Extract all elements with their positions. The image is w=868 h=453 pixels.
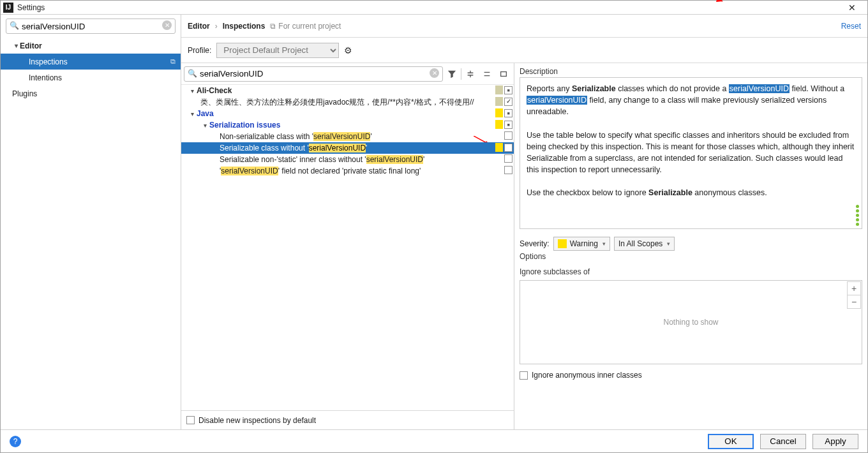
filter-icon[interactable] bbox=[444, 66, 460, 82]
chevron-down-icon: ▾ bbox=[602, 241, 606, 247]
ignore-anon-checkbox[interactable] bbox=[520, 371, 528, 380]
inspection-row[interactable]: 'serialVersionUID' field not declared 'p… bbox=[181, 165, 514, 177]
inspection-tree-column: 🔍 ✕ bbox=[181, 63, 514, 429]
scope-select[interactable]: In All Scopes ▾ bbox=[614, 237, 675, 251]
severity-swatches bbox=[504, 131, 513, 140]
add-button[interactable]: + bbox=[847, 281, 861, 295]
tree-toolbar: 🔍 ✕ bbox=[181, 63, 514, 85]
breadcrumb-part-editor: Editor bbox=[188, 22, 210, 31]
inspection-label: Java bbox=[197, 109, 214, 118]
inspection-label: Serializable non-'static' inner class wi… bbox=[220, 155, 424, 164]
severity-swatches bbox=[495, 97, 513, 106]
inspection-label: 'serialVersionUID' field not declared 'p… bbox=[220, 167, 421, 175]
sidebar-search-input[interactable] bbox=[6, 19, 176, 34]
breadcrumb-part-inspections: Inspections bbox=[223, 22, 266, 31]
inspection-row[interactable]: ▾Ali-Check bbox=[181, 85, 514, 96]
description-text: Reports any Serializable classes which d… bbox=[527, 83, 855, 198]
ignore-subclasses-list[interactable]: Nothing to show + − bbox=[520, 280, 862, 364]
footer: ? OK Cancel Apply bbox=[1, 429, 867, 452]
inspection-row[interactable]: ▾Java bbox=[181, 108, 514, 119]
inspection-label: Non-serializable class with 'serialVersi… bbox=[220, 132, 372, 141]
severity-swatches bbox=[495, 120, 513, 129]
severity-swatches bbox=[495, 85, 513, 94]
profile-select[interactable]: Project Default Project bbox=[216, 43, 339, 58]
resize-grip-icon[interactable] bbox=[856, 205, 859, 226]
sidebar-item-label: Editor bbox=[20, 41, 42, 50]
sidebar-item-label: Plugins bbox=[12, 89, 37, 98]
description-box: Reports any Serializable classes which d… bbox=[520, 77, 862, 229]
severity-select[interactable]: Warning ▾ bbox=[553, 237, 610, 251]
inspection-checkbox[interactable] bbox=[504, 131, 513, 140]
window-close-button[interactable]: ✕ bbox=[839, 3, 865, 13]
titlebar: IJ Settings ✕ bbox=[1, 1, 867, 15]
severity-swatch-icon bbox=[558, 239, 567, 248]
inspection-label: Ali-Check bbox=[197, 86, 232, 95]
inspection-checkbox[interactable] bbox=[504, 109, 513, 117]
inspection-checkbox[interactable] bbox=[504, 154, 513, 163]
chevron-down-icon: ▾ bbox=[667, 241, 670, 247]
ignore-subclasses-label: Ignore subclasses of bbox=[520, 267, 862, 276]
severity-swatches bbox=[495, 108, 513, 117]
settings-window: IJ Settings ✕ 🔍 ✕ ▾EditorInspections⧉Int… bbox=[0, 0, 868, 453]
cancel-button[interactable]: Cancel bbox=[760, 434, 806, 449]
severity-swatches bbox=[504, 166, 513, 174]
main: Editor › Inspections ⧉ For current proje… bbox=[181, 15, 867, 429]
copy-icon: ⧉ bbox=[270, 22, 276, 31]
severity-swatch-icon bbox=[495, 143, 503, 152]
severity-swatches bbox=[495, 143, 513, 152]
profile-label: Profile: bbox=[188, 46, 211, 55]
help-icon[interactable]: ? bbox=[10, 436, 21, 447]
svg-rect-0 bbox=[501, 71, 507, 76]
chevron-down-icon: ▾ bbox=[188, 87, 197, 94]
inspection-row[interactable]: ▾Serialization issues bbox=[181, 119, 514, 131]
chevron-down-icon: ▾ bbox=[200, 122, 209, 129]
inspection-checkbox[interactable] bbox=[504, 144, 513, 152]
sidebar-item-label: Inspections bbox=[29, 57, 68, 66]
empty-list-text: Nothing to show bbox=[663, 318, 718, 327]
profile-bar: Profile: Project Default Project ⚙ bbox=[181, 38, 867, 63]
expand-all-icon[interactable] bbox=[463, 66, 478, 82]
ok-button[interactable]: OK bbox=[708, 434, 754, 449]
list-buttons: + − bbox=[847, 281, 861, 308]
options-label: Options bbox=[520, 252, 862, 261]
toolbar-sep bbox=[461, 68, 461, 80]
inspection-row[interactable]: 类、类属性、类方法的注释必须使用javadoc规范，使用/**内容*/格式，不得… bbox=[181, 96, 514, 108]
sidebar-item-label: Intentions bbox=[29, 73, 62, 82]
tree-search-input[interactable] bbox=[184, 66, 443, 82]
breadcrumb: Editor › Inspections ⧉ For current proje… bbox=[181, 15, 867, 38]
inspection-checkbox[interactable] bbox=[504, 86, 513, 94]
disable-new-inspections-checkbox[interactable] bbox=[186, 416, 195, 424]
remove-button[interactable]: − bbox=[847, 295, 861, 309]
inspection-row[interactable]: Non-serializable class with 'serialVersi… bbox=[181, 131, 514, 142]
severity-label: Severity: bbox=[520, 239, 550, 248]
apply-button[interactable]: Apply bbox=[812, 434, 858, 449]
breadcrumb-sep: › bbox=[215, 22, 218, 31]
inspection-tree[interactable]: ▾Ali-Check类、类属性、类方法的注释必须使用javadoc规范，使用/*… bbox=[181, 85, 514, 410]
sidebar-item-plugins[interactable]: Plugins bbox=[1, 85, 181, 101]
inspection-checkbox[interactable] bbox=[504, 98, 513, 106]
sidebar-tree: ▾EditorInspections⧉IntentionsPlugins bbox=[1, 38, 181, 429]
project-hint: ⧉ For current project bbox=[270, 22, 341, 31]
inspection-checkbox[interactable] bbox=[504, 166, 513, 174]
sidebar-item-intentions[interactable]: Intentions bbox=[1, 70, 181, 85]
copy-icon[interactable]: ⧉ bbox=[170, 57, 176, 66]
app-icon: IJ bbox=[3, 3, 13, 13]
collapse-all-icon[interactable] bbox=[479, 66, 495, 82]
inspection-label: 类、类属性、类方法的注释必须使用javadoc规范，使用/**内容*/格式，不得… bbox=[200, 97, 474, 108]
sidebar-item-editor[interactable]: ▾Editor bbox=[1, 38, 181, 54]
clear-search-icon[interactable]: ✕ bbox=[162, 20, 172, 30]
chevron-down-icon: ▾ bbox=[12, 42, 20, 49]
ignore-anon-label: Ignore anonymous inner classes bbox=[532, 371, 642, 380]
show-settings-icon[interactable] bbox=[496, 66, 511, 82]
severity-swatch-icon bbox=[495, 97, 503, 106]
description-label: Description bbox=[520, 67, 862, 76]
severity-swatches bbox=[504, 154, 513, 163]
inspection-checkbox[interactable] bbox=[504, 121, 513, 129]
reset-link[interactable]: Reset bbox=[841, 22, 861, 31]
inspection-row[interactable]: Serializable class without 'serialVersio… bbox=[181, 142, 514, 154]
inspection-row[interactable]: Serializable non-'static' inner class wi… bbox=[181, 154, 514, 165]
gear-icon[interactable]: ⚙ bbox=[344, 45, 352, 56]
sidebar-item-inspections[interactable]: Inspections⧉ bbox=[1, 54, 181, 70]
clear-search-icon[interactable]: ✕ bbox=[430, 68, 439, 78]
disable-new-inspections-row: Disable new inspections by default bbox=[181, 410, 514, 429]
